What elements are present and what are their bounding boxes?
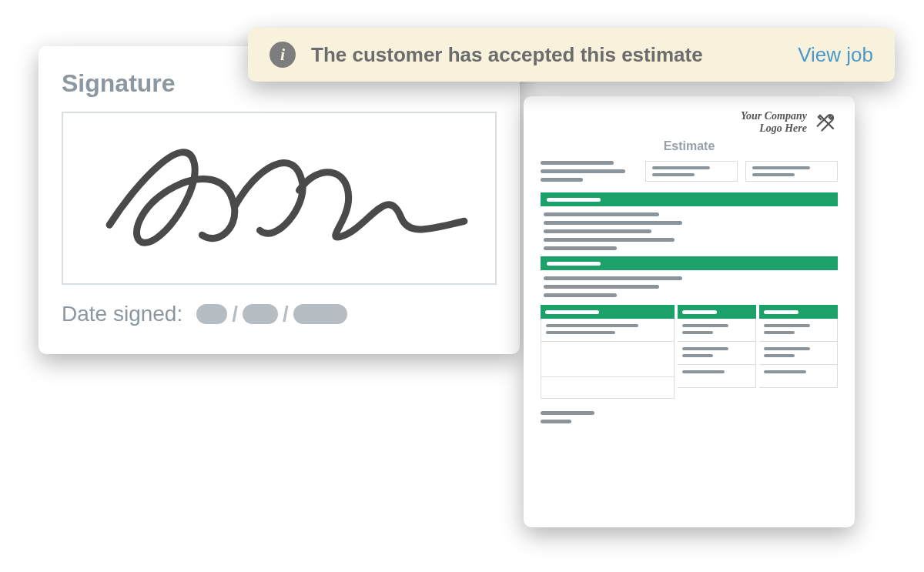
logo-line: Your Company xyxy=(741,110,807,122)
document-meta xyxy=(541,161,838,182)
company-logo-placeholder: Your Company Logo Here xyxy=(741,110,807,135)
estimate-document-preview: Your Company Logo Here Estimate xyxy=(524,96,855,527)
signature-stroke-icon xyxy=(63,113,495,283)
document-section xyxy=(541,256,838,303)
tools-icon xyxy=(815,111,838,134)
date-part-placeholder xyxy=(243,304,278,324)
notification-banner: i The customer has accepted this estimat… xyxy=(248,28,895,82)
notification-message: The customer has accepted this estimate xyxy=(311,43,782,67)
meta-box xyxy=(645,161,738,182)
section-body xyxy=(541,276,838,303)
table-col xyxy=(541,305,675,399)
table-cell xyxy=(541,377,675,399)
document-table xyxy=(541,305,838,399)
table-header-cell xyxy=(541,305,675,319)
table-cell xyxy=(759,319,838,342)
table-header-cell xyxy=(759,305,838,319)
document-title: Estimate xyxy=(541,139,838,153)
logo-line: Logo Here xyxy=(741,122,807,135)
table-cell xyxy=(541,342,675,377)
document-section xyxy=(541,192,838,256)
table-header-cell xyxy=(678,305,756,319)
document-header: Your Company Logo Here xyxy=(541,110,838,135)
signature-card: Signature Date signed: / / xyxy=(38,46,520,354)
section-body xyxy=(541,212,838,256)
document-footer xyxy=(541,411,838,423)
table-cell xyxy=(759,342,838,365)
table-cell xyxy=(678,319,756,342)
signature-pad[interactable] xyxy=(62,112,497,285)
date-signed-row: Date signed: / / xyxy=(62,302,497,326)
table-cell xyxy=(759,365,838,388)
date-separator: / xyxy=(232,302,238,326)
date-separator: / xyxy=(283,302,289,326)
section-header xyxy=(541,256,838,270)
table-cell xyxy=(541,319,675,342)
table-col xyxy=(678,305,756,399)
date-signed-value: / / xyxy=(196,302,347,326)
section-header xyxy=(541,192,838,206)
date-part-placeholder xyxy=(293,304,347,324)
table-col xyxy=(759,305,838,399)
date-signed-label: Date signed: xyxy=(62,302,182,326)
info-icon: i xyxy=(270,42,296,68)
date-part-placeholder xyxy=(196,304,227,324)
view-job-link[interactable]: View job xyxy=(798,43,873,67)
table-cell xyxy=(678,342,756,365)
table-cell xyxy=(678,365,756,388)
meta-address-block xyxy=(541,161,638,182)
meta-box xyxy=(745,161,838,182)
